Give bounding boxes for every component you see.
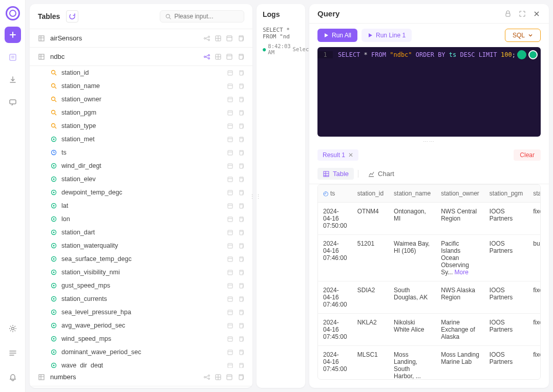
action-table-icon[interactable] — [227, 349, 233, 356]
action-graph-icon[interactable] — [203, 374, 210, 381]
table-row[interactable]: 2024-04-16 07:50:00 OTNM4 Ontonagon, MI … — [318, 203, 541, 235]
column-row[interactable]: dewpoint_temp_degc — [30, 186, 252, 199]
action-table-icon[interactable] — [227, 216, 233, 223]
action-copy-icon[interactable] — [238, 96, 244, 103]
action-grid-icon[interactable] — [215, 53, 222, 60]
column-header[interactable]: station_name — [389, 185, 436, 203]
action-copy-icon[interactable] — [238, 70, 244, 76]
action-copy-icon[interactable] — [238, 243, 244, 249]
action-copy-icon[interactable] — [238, 229, 244, 236]
action-copy-icon[interactable] — [238, 349, 244, 356]
action-table-icon[interactable] — [227, 336, 233, 342]
column-header[interactable]: station_id — [352, 185, 389, 203]
refresh-button[interactable] — [66, 10, 78, 23]
column-row[interactable]: station_visibility_nmi — [30, 266, 252, 279]
table-row[interactable]: 2024-04-16 07:46:00 51201 Waimea Bay, HI… — [318, 235, 541, 281]
app-logo[interactable] — [6, 6, 20, 20]
run-all-button[interactable]: Run All — [317, 29, 357, 42]
table-row[interactable]: airSensors — [30, 29, 252, 48]
close-tab-icon[interactable]: ✕ — [348, 151, 353, 159]
action-table-icon[interactable] — [227, 243, 233, 249]
action-copy-icon[interactable] — [237, 374, 244, 381]
column-row[interactable]: station_owner — [30, 93, 252, 106]
nav-collection-icon[interactable] — [5, 49, 21, 66]
clear-button[interactable]: Clear — [514, 149, 541, 161]
action-copy-icon[interactable] — [238, 176, 244, 183]
action-table-icon[interactable] — [226, 35, 233, 42]
sql-editor[interactable]: 1 SELECT * FROM "ndbc" ORDER BY ts DESC … — [317, 47, 541, 137]
run-line-button[interactable]: Run Line 1 — [361, 29, 412, 42]
panel-resize-handle[interactable]: ⋮⋮ — [249, 193, 262, 200]
column-row[interactable]: wind_dir_degt — [30, 159, 252, 172]
action-table-icon[interactable] — [227, 322, 233, 329]
column-row[interactable]: dominant_wave_period_sec — [30, 345, 252, 359]
table-row[interactable]: 2024-04-16 07:45:00 MLSC1 Moss Landing, … — [318, 346, 541, 380]
action-table-icon[interactable] — [227, 110, 233, 116]
column-row[interactable]: station_type — [30, 119, 252, 133]
column-row[interactable]: station_dart — [30, 226, 252, 239]
action-copy-icon[interactable] — [238, 83, 244, 90]
column-header[interactable]: station_owner — [436, 185, 484, 203]
close-icon[interactable] — [533, 10, 541, 18]
result-table[interactable]: ◴tsstation_idstation_namestation_ownerst… — [317, 184, 541, 380]
column-header[interactable]: station_type — [528, 185, 541, 203]
table-row[interactable]: numbers — [30, 368, 252, 386]
action-copy-icon[interactable] — [238, 136, 244, 143]
action-copy-icon[interactable] — [238, 163, 244, 169]
nav-panel-icon[interactable] — [5, 345, 21, 361]
column-row[interactable]: wind_speed_mps — [30, 332, 252, 345]
column-row[interactable]: avg_wave_period_sec — [30, 319, 252, 332]
column-row[interactable]: lon — [30, 212, 252, 226]
action-table-icon[interactable] — [227, 203, 233, 209]
action-table-icon[interactable] — [227, 362, 233, 368]
editor-resize-handle[interactable]: ⋯⋯ — [309, 137, 549, 146]
action-table-icon[interactable] — [226, 53, 233, 60]
view-tab-table[interactable]: Table — [317, 168, 354, 180]
nav-bell-icon[interactable] — [5, 369, 21, 386]
nav-settings-icon[interactable] — [5, 320, 21, 337]
action-table-icon[interactable] — [227, 176, 233, 183]
action-copy-icon[interactable] — [238, 362, 244, 368]
table-row[interactable]: 2024-04-16 07:46:00 SDIA2 South Douglas,… — [318, 281, 541, 314]
action-copy-icon[interactable] — [237, 53, 244, 60]
action-copy-icon[interactable] — [238, 309, 244, 316]
expand-icon[interactable] — [518, 10, 526, 18]
result-tab[interactable]: Result 1 ✕ — [317, 149, 358, 161]
action-copy-icon[interactable] — [238, 256, 244, 263]
action-table-icon[interactable] — [227, 309, 233, 316]
lock-icon[interactable] — [504, 10, 512, 18]
action-table-icon[interactable] — [227, 96, 233, 103]
column-row[interactable]: wave_dir_degt — [30, 359, 252, 368]
action-table-icon[interactable] — [227, 149, 233, 156]
column-row[interactable]: station_currents — [30, 292, 252, 306]
action-table-icon[interactable] — [226, 374, 233, 381]
action-table-icon[interactable] — [227, 83, 233, 90]
column-row[interactable]: sea_surface_temp_degc — [30, 252, 252, 266]
action-copy-icon[interactable] — [238, 322, 244, 329]
action-table-icon[interactable] — [227, 296, 233, 302]
lang-select[interactable]: SQL — [505, 29, 541, 42]
column-row[interactable]: station_pgm — [30, 106, 252, 119]
search-input[interactable] — [174, 13, 239, 20]
action-table-icon[interactable] — [227, 136, 233, 143]
log-entry[interactable]: SELECT * FROM "nd ● 8:42:03 AM Selected — [263, 27, 299, 55]
nav-download-icon[interactable] — [5, 72, 21, 88]
column-row[interactable]: ts — [30, 146, 252, 159]
column-row[interactable]: sea_level_pressure_hpa — [30, 306, 252, 319]
column-row[interactable]: station_id — [30, 66, 252, 79]
view-tab-chart[interactable]: Chart — [363, 168, 399, 180]
table-row[interactable]: 2024-04-16 07:45:00 NKLA2 Nikolski White… — [318, 314, 541, 346]
action-table-icon[interactable] — [227, 123, 233, 129]
action-graph-icon[interactable] — [203, 53, 210, 60]
more-link[interactable]: More — [455, 269, 469, 276]
action-copy-icon[interactable] — [238, 189, 244, 196]
action-copy-icon[interactable] — [237, 35, 244, 42]
action-copy-icon[interactable] — [238, 336, 244, 342]
action-table-icon[interactable] — [227, 163, 233, 169]
column-row[interactable]: station_elev — [30, 172, 252, 186]
action-table-icon[interactable] — [227, 269, 233, 276]
column-row[interactable]: station_waterquality — [30, 239, 252, 252]
column-header[interactable]: station_pgm — [484, 185, 528, 203]
action-copy-icon[interactable] — [238, 269, 244, 276]
action-table-icon[interactable] — [227, 70, 233, 76]
